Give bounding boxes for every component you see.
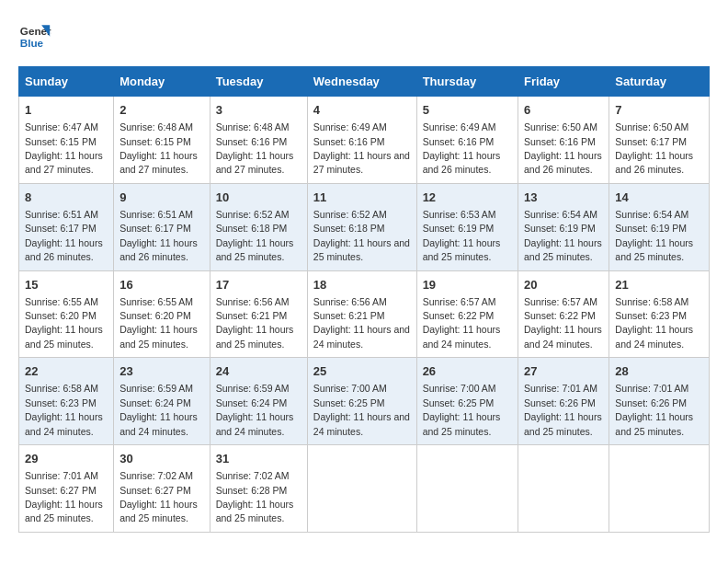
calendar-cell: 18 Sunrise: 6:56 AM Sunset: 6:21 PM Dayl… — [307, 270, 416, 358]
sunset-info: Sunset: 6:17 PM — [25, 223, 97, 234]
sunrise-info: Sunrise: 6:58 AM — [615, 296, 688, 307]
sunset-info: Sunset: 6:26 PM — [615, 397, 687, 408]
daylight-label: Daylight: 11 hours and 24 minutes. — [313, 324, 410, 349]
sunset-info: Sunset: 6:24 PM — [216, 397, 288, 408]
day-number: 28 — [615, 363, 703, 380]
calendar-week-row: 29 Sunrise: 7:01 AM Sunset: 6:27 PM Dayl… — [19, 445, 710, 533]
day-number: 20 — [524, 277, 603, 293]
sunset-info: Sunset: 6:16 PM — [423, 136, 495, 147]
sunrise-info: Sunrise: 7:01 AM — [524, 383, 597, 394]
sunrise-info: Sunrise: 6:57 AM — [524, 296, 597, 307]
sunset-info: Sunset: 6:21 PM — [216, 310, 288, 321]
day-number: 12 — [423, 190, 512, 206]
sunrise-info: Sunrise: 7:00 AM — [313, 383, 387, 394]
calendar-cell: 30 Sunrise: 7:02 AM Sunset: 6:27 PM Dayl… — [114, 445, 210, 533]
calendar-week-row: 1 Sunrise: 6:47 AM Sunset: 6:15 PM Dayli… — [19, 97, 710, 184]
day-number: 10 — [216, 190, 301, 206]
daylight-label: Daylight: 11 hours and 26 minutes. — [524, 150, 602, 175]
calendar-cell: 6 Sunrise: 6:50 AM Sunset: 6:16 PM Dayli… — [518, 97, 609, 184]
calendar-cell: 23 Sunrise: 6:59 AM Sunset: 6:24 PM Dayl… — [114, 358, 210, 445]
calendar-cell: 24 Sunrise: 6:59 AM Sunset: 6:24 PM Dayl… — [210, 358, 307, 445]
day-number: 11 — [313, 190, 411, 206]
svg-text:Blue: Blue — [20, 37, 44, 49]
sunset-info: Sunset: 6:25 PM — [313, 397, 385, 408]
daylight-label: Daylight: 11 hours and 27 minutes. — [313, 150, 410, 175]
day-number: 31 — [216, 451, 301, 467]
daylight-label: Daylight: 11 hours and 25 minutes. — [216, 499, 294, 523]
day-number: 5 — [423, 102, 512, 119]
sunset-info: Sunset: 6:22 PM — [524, 310, 596, 321]
sunrise-info: Sunrise: 6:59 AM — [119, 383, 193, 394]
logo-icon: General Blue — [18, 18, 51, 52]
sunset-info: Sunset: 6:27 PM — [25, 485, 97, 496]
day-number: 19 — [423, 277, 512, 293]
day-number: 21 — [615, 277, 703, 293]
daylight-label: Daylight: 11 hours and 24 minutes. — [313, 411, 410, 436]
column-header-sunday: Sunday — [19, 67, 114, 97]
sunset-info: Sunset: 6:19 PM — [615, 223, 687, 234]
calendar-cell: 29 Sunrise: 7:01 AM Sunset: 6:27 PM Dayl… — [19, 445, 114, 533]
daylight-label: Daylight: 11 hours and 24 minutes. — [524, 324, 602, 349]
daylight-label: Daylight: 11 hours and 25 minutes. — [615, 411, 693, 436]
day-number: 7 — [615, 102, 703, 119]
day-number: 8 — [25, 190, 108, 206]
sunrise-info: Sunrise: 6:52 AM — [313, 209, 387, 220]
sunrise-info: Sunrise: 6:55 AM — [119, 296, 193, 307]
sunrise-info: Sunrise: 7:02 AM — [216, 470, 290, 481]
sunset-info: Sunset: 6:16 PM — [524, 136, 596, 147]
calendar-cell: 8 Sunrise: 6:51 AM Sunset: 6:17 PM Dayli… — [19, 183, 114, 270]
day-number: 22 — [25, 363, 108, 380]
sunset-info: Sunset: 6:18 PM — [216, 223, 288, 234]
daylight-label: Daylight: 11 hours and 26 minutes. — [25, 237, 103, 262]
day-number: 4 — [313, 102, 411, 119]
sunrise-info: Sunrise: 6:53 AM — [423, 209, 496, 220]
sunrise-info: Sunrise: 6:49 AM — [423, 121, 496, 132]
sunset-info: Sunset: 6:22 PM — [423, 310, 495, 321]
calendar-cell: 25 Sunrise: 7:00 AM Sunset: 6:25 PM Dayl… — [307, 358, 416, 445]
day-number: 1 — [25, 102, 108, 119]
sunset-info: Sunset: 6:18 PM — [313, 223, 385, 234]
sunset-info: Sunset: 6:28 PM — [216, 485, 288, 496]
calendar-cell: 28 Sunrise: 7:01 AM Sunset: 6:26 PM Dayl… — [609, 358, 710, 445]
column-header-thursday: Thursday — [416, 67, 518, 97]
sunset-info: Sunset: 6:21 PM — [313, 310, 385, 321]
sunrise-info: Sunrise: 6:54 AM — [524, 209, 597, 220]
calendar-cell: 3 Sunrise: 6:48 AM Sunset: 6:16 PM Dayli… — [210, 97, 307, 184]
day-number: 14 — [615, 190, 703, 206]
day-number: 13 — [524, 190, 603, 206]
daylight-label: Daylight: 11 hours and 27 minutes. — [216, 150, 294, 175]
day-number: 18 — [313, 277, 411, 293]
sunrise-info: Sunrise: 6:48 AM — [216, 121, 290, 132]
sunrise-info: Sunrise: 7:02 AM — [119, 470, 193, 481]
day-number: 16 — [119, 277, 204, 293]
calendar-cell: 13 Sunrise: 6:54 AM Sunset: 6:19 PM Dayl… — [518, 183, 609, 270]
column-header-saturday: Saturday — [609, 67, 710, 97]
sunset-info: Sunset: 6:17 PM — [119, 223, 191, 234]
calendar-cell: 14 Sunrise: 6:54 AM Sunset: 6:19 PM Dayl… — [609, 183, 710, 270]
calendar-cell: 20 Sunrise: 6:57 AM Sunset: 6:22 PM Dayl… — [518, 270, 609, 358]
sunset-info: Sunset: 6:26 PM — [524, 397, 596, 408]
calendar-cell: 7 Sunrise: 6:50 AM Sunset: 6:17 PM Dayli… — [609, 97, 710, 184]
calendar-table: SundayMondayTuesdayWednesdayThursdayFrid… — [18, 66, 710, 533]
calendar-cell: 10 Sunrise: 6:52 AM Sunset: 6:18 PM Dayl… — [210, 183, 307, 270]
sunrise-info: Sunrise: 6:51 AM — [119, 209, 193, 220]
calendar-cell: 5 Sunrise: 6:49 AM Sunset: 6:16 PM Dayli… — [416, 97, 518, 184]
daylight-label: Daylight: 11 hours and 24 minutes. — [423, 324, 501, 349]
sunrise-info: Sunrise: 6:59 AM — [216, 383, 290, 394]
sunset-info: Sunset: 6:16 PM — [216, 136, 288, 147]
daylight-label: Daylight: 11 hours and 25 minutes. — [423, 237, 501, 262]
column-header-tuesday: Tuesday — [210, 67, 307, 97]
sunset-info: Sunset: 6:27 PM — [119, 485, 191, 496]
column-header-monday: Monday — [114, 67, 210, 97]
calendar-week-row: 15 Sunrise: 6:55 AM Sunset: 6:20 PM Dayl… — [19, 270, 710, 358]
daylight-label: Daylight: 11 hours and 25 minutes. — [25, 499, 103, 523]
daylight-label: Daylight: 11 hours and 25 minutes. — [524, 411, 602, 436]
daylight-label: Daylight: 11 hours and 26 minutes. — [423, 150, 501, 175]
day-number: 23 — [119, 363, 204, 380]
calendar-cell — [307, 445, 416, 533]
calendar-cell: 1 Sunrise: 6:47 AM Sunset: 6:15 PM Dayli… — [19, 97, 114, 184]
sunrise-info: Sunrise: 6:52 AM — [216, 209, 290, 220]
daylight-label: Daylight: 11 hours and 27 minutes. — [25, 150, 103, 175]
daylight-label: Daylight: 11 hours and 24 minutes. — [216, 411, 294, 436]
sunrise-info: Sunrise: 6:50 AM — [615, 121, 688, 132]
